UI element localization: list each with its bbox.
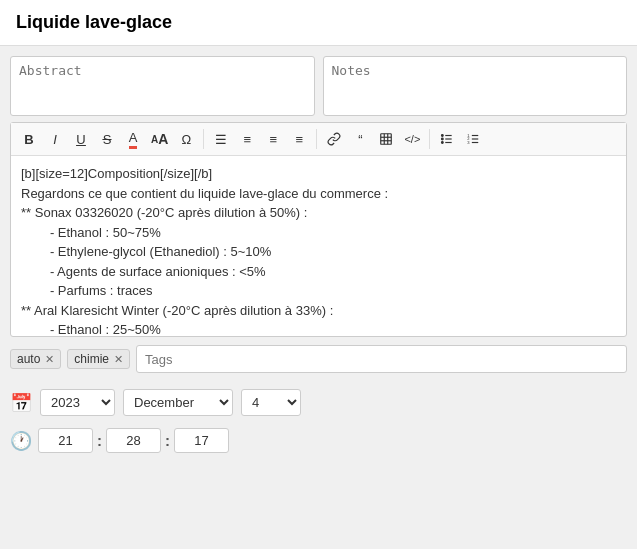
editor-line-5: - Ethylene-glycol (Ethanediol) : 5~10%: [21, 242, 616, 262]
minute-input[interactable]: [106, 428, 161, 453]
editor-line-9: - Ethanol : 25~50%: [21, 320, 616, 336]
strikethrough-button[interactable]: S: [95, 127, 119, 151]
tag-chimie: chimie ✕: [67, 349, 130, 369]
time-sep-1: :: [97, 432, 102, 449]
underline-button[interactable]: U: [69, 127, 93, 151]
text-areas-row: [0, 46, 637, 122]
toolbar-divider-3: [429, 129, 430, 149]
editor-line-8: ** Aral Klaresicht Winter (-20°C après d…: [21, 301, 616, 321]
toolbar-divider-1: [203, 129, 204, 149]
bold-button[interactable]: B: [17, 127, 41, 151]
unordered-list-button[interactable]: [435, 127, 459, 151]
ordered-list-button[interactable]: 123: [461, 127, 485, 151]
quote-button[interactable]: “: [348, 127, 372, 151]
notes-textarea[interactable]: [323, 56, 628, 116]
special-char-button[interactable]: Ω: [174, 127, 198, 151]
time-sep-2: :: [165, 432, 170, 449]
calendar-icon: 📅: [10, 392, 32, 414]
time-row: 🕐 : :: [0, 424, 637, 463]
day-select[interactable]: 1 2 3 4 5 6 7 8 9 10 11 12 13 14 15 16 1…: [241, 389, 301, 416]
tag-chimie-label: chimie: [74, 352, 109, 366]
editor-body[interactable]: [b][size=12]Composition[/size][/b] Regar…: [11, 156, 626, 336]
toolbar-divider-2: [316, 129, 317, 149]
tag-auto-label: auto: [17, 352, 40, 366]
page-title: Liquide lave-glace: [0, 0, 637, 46]
align-center-button[interactable]: ≡: [235, 127, 259, 151]
code-button[interactable]: </>: [400, 127, 424, 151]
tags-row: auto ✕ chimie ✕: [0, 337, 637, 381]
editor-line-1: [b][size=12]Composition[/size][/b]: [21, 164, 616, 184]
clock-icon: 🕐: [10, 430, 32, 452]
tags-input[interactable]: [136, 345, 627, 373]
svg-text:3: 3: [468, 140, 471, 145]
align-left-button[interactable]: ☰: [209, 127, 233, 151]
editor-line-3: ** Sonax 03326020 (-20°C après dilution …: [21, 203, 616, 223]
font-size-button[interactable]: AA: [147, 127, 172, 151]
editor-line-4: - Ethanol : 50~75%: [21, 223, 616, 243]
svg-point-10: [442, 142, 444, 144]
toolbar: B I U S A AA Ω ☰ ≡ ≡ ≡ “ </> 123: [11, 123, 626, 156]
tag-chimie-close[interactable]: ✕: [114, 354, 123, 365]
month-select[interactable]: January February March April May June Ju…: [123, 389, 233, 416]
second-input[interactable]: [174, 428, 229, 453]
tag-auto-close[interactable]: ✕: [45, 354, 54, 365]
hour-input[interactable]: [38, 428, 93, 453]
align-justify-button[interactable]: ≡: [287, 127, 311, 151]
editor-line-6: - Agents de surface anioniques : <5%: [21, 262, 616, 282]
font-color-button[interactable]: A: [121, 127, 145, 151]
editor-container: B I U S A AA Ω ☰ ≡ ≡ ≡ “ </> 123 [b][siz…: [10, 122, 627, 337]
italic-button[interactable]: I: [43, 127, 67, 151]
editor-line-7: - Parfums : traces: [21, 281, 616, 301]
align-right-button[interactable]: ≡: [261, 127, 285, 151]
svg-point-9: [442, 138, 444, 140]
tag-auto: auto ✕: [10, 349, 61, 369]
abstract-textarea[interactable]: [10, 56, 315, 116]
svg-point-8: [442, 135, 444, 137]
date-row: 📅 2020 2021 2022 2023 2024 2025 January …: [0, 381, 637, 424]
year-select[interactable]: 2020 2021 2022 2023 2024 2025: [40, 389, 115, 416]
link-button[interactable]: [322, 127, 346, 151]
editor-line-2: Regardons ce que contient du liquide lav…: [21, 184, 616, 204]
table-button[interactable]: [374, 127, 398, 151]
svg-rect-0: [381, 134, 392, 145]
